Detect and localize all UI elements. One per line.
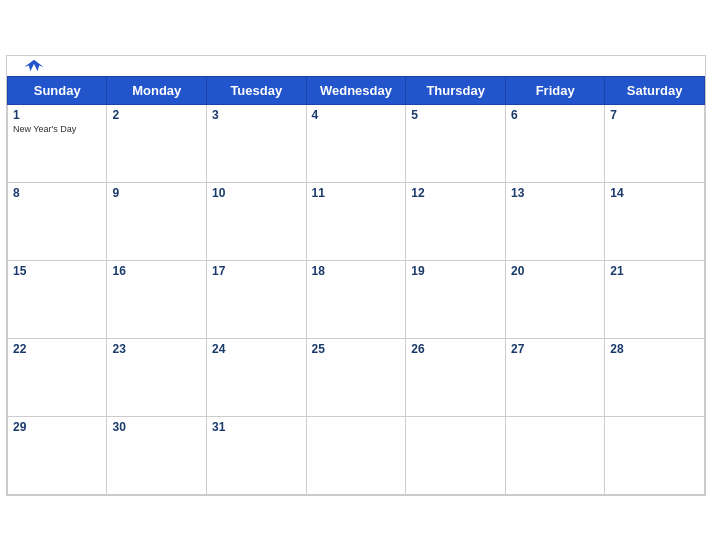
calendar-day-cell: 1New Year's Day (8, 104, 107, 182)
calendar-day-cell: 3 (207, 104, 307, 182)
day-number: 15 (13, 264, 101, 278)
day-number: 30 (112, 420, 201, 434)
day-number: 25 (312, 342, 401, 356)
calendar-day-cell: 19 (406, 260, 506, 338)
day-number: 9 (112, 186, 201, 200)
calendar-day-cell (406, 416, 506, 494)
day-number: 7 (610, 108, 699, 122)
calendar-day-cell: 25 (306, 338, 406, 416)
day-number: 23 (112, 342, 201, 356)
calendar-header (7, 56, 705, 76)
calendar-day-cell: 21 (605, 260, 705, 338)
day-number: 26 (411, 342, 500, 356)
day-number: 8 (13, 186, 101, 200)
calendar-day-cell: 13 (505, 182, 604, 260)
day-number: 29 (13, 420, 101, 434)
calendar-day-cell: 20 (505, 260, 604, 338)
calendar-day-cell: 2 (107, 104, 207, 182)
calendar-day-cell: 15 (8, 260, 107, 338)
calendar-week-row: 15161718192021 (8, 260, 705, 338)
calendar-wrapper: SundayMondayTuesdayWednesdayThursdayFrid… (6, 55, 706, 496)
day-number: 19 (411, 264, 500, 278)
day-number: 22 (13, 342, 101, 356)
day-number: 17 (212, 264, 301, 278)
calendar-day-cell: 7 (605, 104, 705, 182)
calendar-day-cell: 17 (207, 260, 307, 338)
day-number: 24 (212, 342, 301, 356)
day-number: 2 (112, 108, 201, 122)
calendar-day-cell: 16 (107, 260, 207, 338)
calendar-week-row: 891011121314 (8, 182, 705, 260)
day-number: 12 (411, 186, 500, 200)
day-number: 6 (511, 108, 599, 122)
day-number: 31 (212, 420, 301, 434)
day-number: 18 (312, 264, 401, 278)
calendar-day-cell: 23 (107, 338, 207, 416)
svg-marker-0 (24, 59, 43, 71)
calendar-day-cell (505, 416, 604, 494)
calendar-week-row: 1New Year's Day234567 (8, 104, 705, 182)
weekday-header-monday: Monday (107, 76, 207, 104)
calendar-week-row: 293031 (8, 416, 705, 494)
calendar-day-cell: 8 (8, 182, 107, 260)
calendar-day-cell: 14 (605, 182, 705, 260)
calendar-day-cell (605, 416, 705, 494)
day-number: 1 (13, 108, 101, 122)
weekday-header-tuesday: Tuesday (207, 76, 307, 104)
day-number: 16 (112, 264, 201, 278)
calendar-day-cell: 27 (505, 338, 604, 416)
day-number: 20 (511, 264, 599, 278)
weekday-header-row: SundayMondayTuesdayWednesdayThursdayFrid… (8, 76, 705, 104)
calendar-day-cell: 9 (107, 182, 207, 260)
weekday-header-saturday: Saturday (605, 76, 705, 104)
calendar-day-cell (306, 416, 406, 494)
day-number: 21 (610, 264, 699, 278)
calendar-day-cell: 10 (207, 182, 307, 260)
calendar-day-cell: 28 (605, 338, 705, 416)
weekday-header-thursday: Thursday (406, 76, 506, 104)
calendar-day-cell: 5 (406, 104, 506, 182)
calendar-day-cell: 12 (406, 182, 506, 260)
calendar-day-cell: 31 (207, 416, 307, 494)
day-number: 14 (610, 186, 699, 200)
calendar-day-cell: 26 (406, 338, 506, 416)
calendar-week-row: 22232425262728 (8, 338, 705, 416)
calendar-day-cell: 18 (306, 260, 406, 338)
calendar-day-cell: 11 (306, 182, 406, 260)
day-number: 13 (511, 186, 599, 200)
calendar-day-cell: 30 (107, 416, 207, 494)
weekday-header-wednesday: Wednesday (306, 76, 406, 104)
calendar-day-cell: 24 (207, 338, 307, 416)
day-number: 5 (411, 108, 500, 122)
calendar-day-cell: 4 (306, 104, 406, 182)
weekday-header-sunday: Sunday (8, 76, 107, 104)
day-number: 28 (610, 342, 699, 356)
weekday-header-friday: Friday (505, 76, 604, 104)
day-number: 10 (212, 186, 301, 200)
day-number: 4 (312, 108, 401, 122)
logo-bird-icon (23, 57, 45, 73)
day-number: 11 (312, 186, 401, 200)
calendar-grid: SundayMondayTuesdayWednesdayThursdayFrid… (7, 76, 705, 495)
holiday-label: New Year's Day (13, 124, 101, 134)
day-number: 3 (212, 108, 301, 122)
calendar-day-cell: 29 (8, 416, 107, 494)
logo-area (23, 57, 45, 74)
calendar-day-cell: 6 (505, 104, 604, 182)
day-number: 27 (511, 342, 599, 356)
calendar-day-cell: 22 (8, 338, 107, 416)
